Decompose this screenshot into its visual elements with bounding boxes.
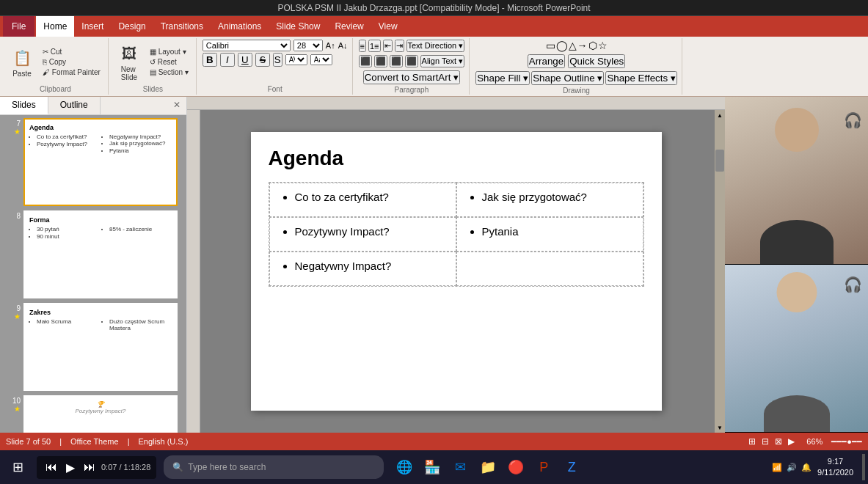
taskbar-app-explorer[interactable]: 📁 [475,454,501,480]
slide-thumb-7[interactable]: Agenda Co to za certyfikat? Pozytywny Im… [23,118,178,206]
zoom-slider[interactable]: ━━━●━━ [831,437,862,447]
view-reading-icon[interactable]: ⊠ [775,436,782,447]
numbering-button[interactable]: 1≡ [368,40,381,52]
char-spacing-select[interactable]: AV [285,54,307,65]
tab-insert[interactable]: Insert [74,16,111,37]
view-slide-sorter-icon[interactable]: ⊟ [762,436,769,447]
taskbar-right: 📶 🔊 🔔 9:17 9/11/2020 [772,454,865,480]
font-shrink-icon[interactable]: A↓ [338,41,348,50]
copy-button[interactable]: ⎘ Copy [40,57,103,67]
convert-smartart-button[interactable]: Convert to SmartArt ▾ [363,70,460,84]
shape-outline-button[interactable]: Shape Outline ▾ [531,71,604,85]
view-slideshow-icon[interactable]: ▶ [788,436,795,447]
slide-item-9[interactable]: 9 ★ Zakres Mało Scruma Dużo częstów Scru… [3,303,183,391]
cut-button[interactable]: ✂ Cut [40,47,103,56]
font-grow-icon[interactable]: A↑ [326,41,335,50]
paste-button[interactable]: 📋 Paste [7,45,37,79]
bold-button[interactable]: B [203,53,217,67]
tab-slideshow[interactable]: Slide Show [269,16,327,37]
shape-effects-button[interactable]: Shape Effects ▾ [605,71,676,85]
slide-thumb-10[interactable]: 🏆Pozytywny Impact? [23,395,178,433]
slide-star-7: ★ [14,128,21,136]
clipboard-label: Clipboard [7,84,103,93]
decrease-indent-button[interactable]: ⇤ [383,40,393,52]
slide-item-8[interactable]: 8 Forma 30 pytań 90 minut 85% - zaliczen… [3,210,183,298]
scroll-down-arrow[interactable]: ▼ [715,422,725,433]
slide-9-content: Mało Scruma Dużo częstów Scrum Mastera [29,318,172,331]
align-text-button[interactable]: Align Text ▾ [420,55,465,67]
align-center-button[interactable]: ⬛ [374,55,387,67]
tab-home[interactable]: Home [36,16,74,37]
shape-btn-2[interactable]: ◯ [556,40,568,51]
align-left-button[interactable]: ⬛ [359,55,372,67]
strikethrough-button[interactable]: S̶ [255,53,270,67]
volume-icon[interactable]: 🔊 [787,463,797,472]
tab-slides[interactable]: Slides [0,97,48,114]
notification-icon[interactable]: 🔔 [801,463,812,472]
taskbar-app-edge[interactable]: 🌐 [391,454,417,480]
slide-thumb-8[interactable]: Forma 30 pytań 90 minut 85% - zaliczenie [23,210,178,298]
slide-thumb-9[interactable]: Zakres Mało Scruma Dużo częstów Scrum Ma… [23,303,178,391]
align-right-button[interactable]: ⬛ [390,55,403,67]
tab-transitions[interactable]: Transitions [153,16,211,37]
media-prev-button[interactable]: ⏮ [43,459,60,475]
justify-button[interactable]: ⬛ [405,55,418,67]
quick-styles-button[interactable]: Quick Styles [568,54,625,68]
vertical-scrollbar[interactable]: ▲ ▼ [715,110,725,433]
tab-review[interactable]: Review [327,16,371,37]
media-play-button[interactable]: ▶ [63,459,78,476]
shape-fill-button[interactable]: Shape Fill ▾ [475,71,530,85]
slide-num-10: 10 [6,395,21,405]
network-icon[interactable]: 📶 [772,463,782,472]
slide-item-10[interactable]: 10 ★ 🏆Pozytywny Impact? [3,395,183,433]
text-direction-button[interactable]: Text Direction ▾ [406,40,465,52]
taskbar-app-powerpoint[interactable]: P [530,454,557,480]
shape-btn-4[interactable]: → [577,40,588,51]
italic-button[interactable]: I [220,53,235,67]
media-next-button[interactable]: ⏭ [81,459,98,475]
taskbar-app-mail[interactable]: ✉ [447,454,473,480]
slide-list[interactable]: 7 ★ Agenda Co to za certyfikat? Pozytywn… [0,115,186,433]
zoom-level: 66% [806,437,823,446]
text-shadow-button[interactable]: S [273,53,282,67]
increase-indent-button[interactable]: ⇥ [395,40,404,52]
shape-btn-5[interactable]: ⬡ [588,40,597,51]
slide-item-7[interactable]: 7 ★ Agenda Co to za certyfikat? Pozytywn… [3,118,183,206]
bullets-button[interactable]: ≡ [359,40,366,52]
underline-button[interactable]: U [238,53,252,67]
tab-design[interactable]: Design [111,16,153,37]
font-size-select[interactable]: 28 [293,40,323,51]
section-button[interactable]: ▤ Section ▾ [147,67,192,77]
close-panel-button[interactable]: ✕ [167,97,186,114]
arrange-button[interactable]: Arrange [528,54,565,68]
webcam-panel-1: 🎧 [725,97,868,265]
taskbar-app-chrome[interactable]: 🔴 [503,454,529,480]
tab-file[interactable]: File [3,16,34,37]
item-pozytywny: Pozytywny Impact? [295,225,444,238]
scroll-thumb[interactable] [715,150,724,172]
shape-btn-3[interactable]: △ [569,40,577,51]
paragraph-buttons-row1: ≡ 1≡ ⇤ ⇥ Text Direction ▾ [359,40,465,52]
canvas-area: Agenda Co to za certyfikat? Jak się przy… [187,97,725,433]
tab-animations[interactable]: Animations [211,16,269,37]
shape-btn-1[interactable]: ▭ [546,40,555,51]
slide-canvas[interactable]: Agenda Co to za certyfikat? Jak się przy… [251,132,662,411]
person2-body [764,395,830,432]
tab-outline[interactable]: Outline [48,97,101,114]
font-case-select[interactable]: Aa [310,54,332,65]
taskbar-app-store[interactable]: 🏪 [419,454,445,480]
start-button[interactable]: ⊞ [3,452,32,482]
shape-btn-6[interactable]: ☆ [598,40,608,51]
ruler-top [187,97,725,110]
font-family-select[interactable]: Calibri [203,40,291,51]
new-slide-button[interactable]: 🖼 NewSlide [114,40,144,83]
taskbar-search[interactable]: 🔍 Type here to search [164,455,384,479]
format-painter-button[interactable]: 🖌 Format Painter [40,67,103,77]
show-desktop-button[interactable] [862,454,865,480]
layout-button[interactable]: ▦ Layout ▾ [147,47,192,56]
taskbar-app-zoom[interactable]: Z [558,454,585,480]
view-normal-icon[interactable]: ⊞ [748,436,756,447]
scroll-up-arrow[interactable]: ▲ [715,110,725,120]
tab-view[interactable]: View [371,16,405,37]
reset-button[interactable]: ↺ Reset [147,57,192,67]
